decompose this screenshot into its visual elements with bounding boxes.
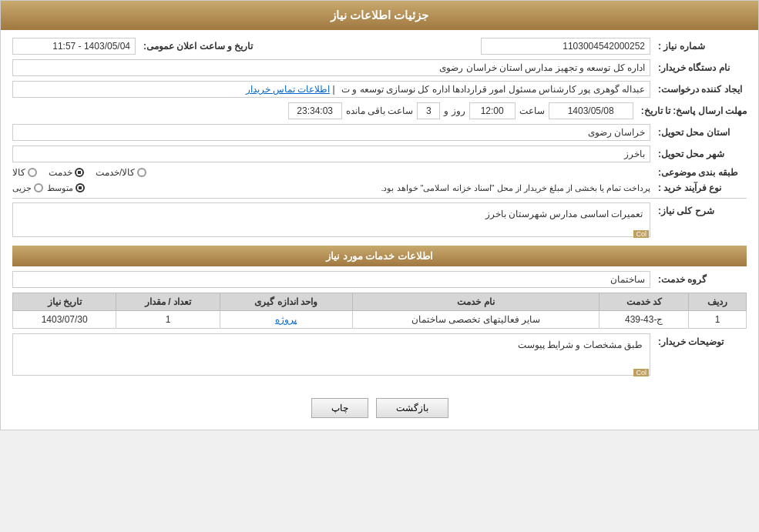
process-option-jozi[interactable]: جزیی (12, 183, 43, 193)
need-desc-textarea[interactable] (12, 202, 650, 237)
category-row: طبقه بندی موضوعی: کالا/خدمت خدمت کالا (12, 167, 747, 178)
deadline-row: مهلت ارسال پاسخ: تا تاریخ: 1403/05/08 سا… (12, 102, 747, 119)
need-number-label: شماره نیاز : (654, 41, 747, 52)
creator-label: ایجاد کننده درخواست: (654, 84, 747, 95)
page-wrapper: جزئیات اطلاعات نیاز شماره نیاز : 1103004… (0, 0, 759, 430)
divider-1 (12, 198, 747, 199)
buyer-notes-textarea[interactable] (12, 333, 650, 376)
process-label: نوع فرآیند خرید : (654, 182, 747, 193)
radio-icon-jozi (34, 183, 43, 192)
province-value: خراسان رضوی (12, 124, 650, 141)
radio-icon-khedmat (75, 168, 84, 177)
process-row: نوع فرآیند خرید : پرداخت تمام یا بخشی از… (12, 182, 747, 193)
announce-datetime-label: تاریخ و ساعت اعلان عمومی: (139, 41, 253, 52)
cell-service_code: ج-43-439 (599, 311, 689, 329)
creator-value: عبداله گوهری پور کارشناس مسئول امور قرار… (12, 81, 650, 98)
print-button[interactable]: چاپ (311, 398, 368, 418)
city-row: شهر محل تحویل: باخرز (12, 146, 747, 162)
deadline-days: 3 (417, 102, 440, 119)
category-label: طبقه بندی موضوعی: (654, 167, 747, 178)
province-row: استان محل تحویل: خراسان رضوی (12, 124, 747, 141)
col-service-code: کد خدمت (599, 293, 689, 311)
category-option-khedmat[interactable]: خدمت (49, 167, 84, 178)
page-title: جزئیات اطلاعات نیاز (331, 8, 428, 22)
deadline-day-label: روز و (444, 105, 465, 116)
col-indicator: Col (633, 230, 649, 238)
cell-service_name: سایر فعالیتهای تخصصی ساختمان (352, 311, 599, 329)
service-group-label: گروه خدمت: (654, 274, 747, 285)
process-mutawassit-label: متوسط (47, 183, 73, 193)
deadline-time: 12:00 (469, 102, 516, 119)
cell-quantity: 1 (116, 311, 220, 329)
deadline-date: 1403/05/08 (549, 102, 633, 119)
cell-need_date: 1403/07/30 (13, 311, 116, 329)
process-option-mutawassit[interactable]: متوسط (47, 183, 85, 193)
category-option-kala-khedmat-label: کالا/خدمت (96, 167, 135, 178)
radio-icon-kala-khedmat (137, 168, 146, 177)
services-table: ردیف کد خدمت نام خدمت واحد اندازه گیری ت… (12, 293, 747, 329)
creator-text: عبداله گوهری پور کارشناس مسئول امور قرار… (341, 84, 645, 95)
deadline-remaining-label: ساعت باقی مانده (346, 105, 414, 116)
category-option-khedmat-label: خدمت (49, 167, 72, 178)
page-header: جزئیات اطلاعات نیاز (1, 1, 758, 30)
col-unit: واحد اندازه گیری (220, 293, 352, 311)
bottom-buttons: بازگشت چاپ (1, 390, 758, 430)
radio-icon-mutawassit (76, 183, 85, 192)
deadline-remaining: 23:34:03 (288, 102, 342, 119)
back-button[interactable]: بازگشت (376, 398, 448, 418)
need-desc-label: شرح کلی نیاز: (654, 202, 747, 216)
service-group-value: ساختمان (12, 271, 650, 288)
buyer-notes-row: توضیحات خریدار: طبق مشخصات و شرایط پیوست… (12, 333, 747, 378)
radio-icon-kala (28, 168, 37, 177)
category-option-kala[interactable]: کالا (12, 167, 37, 178)
services-section-header: اطلاعات خدمات مورد نیاز (12, 246, 747, 266)
creator-row: ایجاد کننده درخواست: عبداله گوهری پور کا… (12, 81, 747, 98)
col-need-date: تاریخ نیاز (13, 293, 116, 311)
city-value: باخرز (12, 146, 650, 162)
buyer-org-label: نام دستگاه خریدار: (654, 62, 747, 73)
content-area: شماره نیاز : 1103004542000252 تاریخ و سا… (1, 30, 758, 390)
province-label: استان محل تحویل: (654, 127, 747, 138)
col-indicator-2: Col (633, 369, 649, 376)
process-jozi-label: جزیی (12, 183, 32, 193)
city-label: شهر محل تحویل: (654, 149, 747, 159)
buyer-notes-container: طبق مشخصات و شرایط پیوست Col (12, 333, 650, 378)
need-desc-container: تعمیرات اساسی مدارس شهرستان باخرز Col (12, 202, 650, 239)
table-row: 1ج-43-439سایر فعالیتهای تخصصی ساختمانپرو… (13, 311, 747, 329)
buyer-org-value: اداره کل توسعه و تجهیز مدارس استان خراسا… (12, 59, 650, 76)
category-radio-group: کالا/خدمت خدمت کالا (12, 167, 650, 178)
col-row-num: ردیف (689, 293, 747, 311)
service-group-row: گروه خدمت: ساختمان (12, 271, 747, 288)
buyer-notes-label: توضیحات خریدار: (654, 333, 747, 347)
col-service-name: نام خدمت (352, 293, 599, 311)
need-desc-row: شرح کلی نیاز: تعمیرات اساسی مدارس شهرستا… (12, 202, 747, 239)
buyer-org-row: نام دستگاه خریدار: اداره کل توسعه و تجهی… (12, 59, 747, 76)
deadline-time-label: ساعت (519, 105, 545, 116)
cell-row_num: 1 (689, 311, 747, 329)
announce-datetime-value: 1403/05/04 - 11:57 (12, 38, 136, 55)
process-note: پرداخت تمام یا بخشی از مبلغ خریدار از مح… (89, 183, 650, 193)
creator-contact-link[interactable]: اطلاعات تماس خریدار (246, 84, 331, 95)
category-option-kala-label: کالا (12, 167, 25, 178)
need-number-value: 1103004542000252 (481, 38, 650, 55)
cell-unit: پروژه (220, 311, 352, 329)
category-option-kala-khedmat[interactable]: کالا/خدمت (96, 167, 146, 178)
process-options-group: پرداخت تمام یا بخشی از مبلغ خریدار از مح… (12, 183, 650, 193)
need-number-row: شماره نیاز : 1103004542000252 تاریخ و سا… (12, 38, 747, 55)
col-quantity: تعداد / مقدار (116, 293, 220, 311)
deadline-label: مهلت ارسال پاسخ: تا تاریخ: (637, 105, 747, 116)
